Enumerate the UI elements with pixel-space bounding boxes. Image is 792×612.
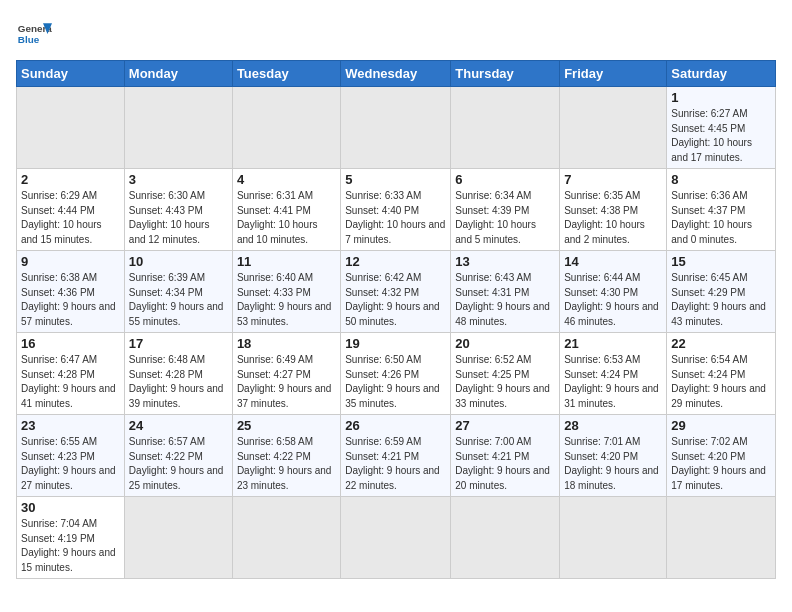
day-info: Sunrise: 6:33 AM Sunset: 4:40 PM Dayligh… xyxy=(345,189,446,247)
calendar-day-cell: 6Sunrise: 6:34 AM Sunset: 4:39 PM Daylig… xyxy=(451,169,560,251)
calendar-day-cell: 3Sunrise: 6:30 AM Sunset: 4:43 PM Daylig… xyxy=(124,169,232,251)
calendar-day-cell: 21Sunrise: 6:53 AM Sunset: 4:24 PM Dayli… xyxy=(560,333,667,415)
calendar-day-cell: 10Sunrise: 6:39 AM Sunset: 4:34 PM Dayli… xyxy=(124,251,232,333)
day-number: 11 xyxy=(237,254,336,269)
day-info: Sunrise: 6:42 AM Sunset: 4:32 PM Dayligh… xyxy=(345,271,446,329)
calendar-day-cell: 5Sunrise: 6:33 AM Sunset: 4:40 PM Daylig… xyxy=(341,169,451,251)
calendar-day-cell: 18Sunrise: 6:49 AM Sunset: 4:27 PM Dayli… xyxy=(232,333,340,415)
calendar-day-cell: 25Sunrise: 6:58 AM Sunset: 4:22 PM Dayli… xyxy=(232,415,340,497)
day-of-week-header: Friday xyxy=(560,61,667,87)
day-info: Sunrise: 6:54 AM Sunset: 4:24 PM Dayligh… xyxy=(671,353,771,411)
day-info: Sunrise: 6:49 AM Sunset: 4:27 PM Dayligh… xyxy=(237,353,336,411)
calendar-day-cell xyxy=(17,87,125,169)
day-number: 24 xyxy=(129,418,228,433)
day-of-week-header: Wednesday xyxy=(341,61,451,87)
day-number: 29 xyxy=(671,418,771,433)
day-info: Sunrise: 6:50 AM Sunset: 4:26 PM Dayligh… xyxy=(345,353,446,411)
day-info: Sunrise: 6:39 AM Sunset: 4:34 PM Dayligh… xyxy=(129,271,228,329)
calendar-day-cell: 9Sunrise: 6:38 AM Sunset: 4:36 PM Daylig… xyxy=(17,251,125,333)
day-info: Sunrise: 6:35 AM Sunset: 4:38 PM Dayligh… xyxy=(564,189,662,247)
calendar-day-cell xyxy=(667,497,776,579)
calendar-week-row: 9Sunrise: 6:38 AM Sunset: 4:36 PM Daylig… xyxy=(17,251,776,333)
day-of-week-header: Thursday xyxy=(451,61,560,87)
calendar-day-cell: 15Sunrise: 6:45 AM Sunset: 4:29 PM Dayli… xyxy=(667,251,776,333)
day-number: 8 xyxy=(671,172,771,187)
calendar-day-cell: 23Sunrise: 6:55 AM Sunset: 4:23 PM Dayli… xyxy=(17,415,125,497)
calendar-day-cell xyxy=(341,87,451,169)
calendar-week-row: 2Sunrise: 6:29 AM Sunset: 4:44 PM Daylig… xyxy=(17,169,776,251)
calendar-week-row: 30Sunrise: 7:04 AM Sunset: 4:19 PM Dayli… xyxy=(17,497,776,579)
day-info: Sunrise: 6:53 AM Sunset: 4:24 PM Dayligh… xyxy=(564,353,662,411)
calendar-day-cell: 30Sunrise: 7:04 AM Sunset: 4:19 PM Dayli… xyxy=(17,497,125,579)
day-number: 6 xyxy=(455,172,555,187)
day-number: 14 xyxy=(564,254,662,269)
day-number: 27 xyxy=(455,418,555,433)
day-info: Sunrise: 6:43 AM Sunset: 4:31 PM Dayligh… xyxy=(455,271,555,329)
day-number: 13 xyxy=(455,254,555,269)
calendar-day-cell: 2Sunrise: 6:29 AM Sunset: 4:44 PM Daylig… xyxy=(17,169,125,251)
day-number: 25 xyxy=(237,418,336,433)
calendar-day-cell: 20Sunrise: 6:52 AM Sunset: 4:25 PM Dayli… xyxy=(451,333,560,415)
day-info: Sunrise: 6:52 AM Sunset: 4:25 PM Dayligh… xyxy=(455,353,555,411)
calendar-week-row: 1Sunrise: 6:27 AM Sunset: 4:45 PM Daylig… xyxy=(17,87,776,169)
calendar-day-cell xyxy=(232,497,340,579)
calendar-day-cell: 13Sunrise: 6:43 AM Sunset: 4:31 PM Dayli… xyxy=(451,251,560,333)
day-info: Sunrise: 6:44 AM Sunset: 4:30 PM Dayligh… xyxy=(564,271,662,329)
generalblue-logo-icon: General Blue xyxy=(16,16,52,52)
calendar-day-cell xyxy=(451,87,560,169)
calendar-day-cell: 29Sunrise: 7:02 AM Sunset: 4:20 PM Dayli… xyxy=(667,415,776,497)
logo: General Blue xyxy=(16,16,52,52)
day-number: 5 xyxy=(345,172,446,187)
calendar-day-cell: 7Sunrise: 6:35 AM Sunset: 4:38 PM Daylig… xyxy=(560,169,667,251)
calendar-day-cell: 12Sunrise: 6:42 AM Sunset: 4:32 PM Dayli… xyxy=(341,251,451,333)
day-number: 22 xyxy=(671,336,771,351)
day-number: 12 xyxy=(345,254,446,269)
day-number: 2 xyxy=(21,172,120,187)
calendar-day-cell: 11Sunrise: 6:40 AM Sunset: 4:33 PM Dayli… xyxy=(232,251,340,333)
calendar-week-row: 16Sunrise: 6:47 AM Sunset: 4:28 PM Dayli… xyxy=(17,333,776,415)
calendar-day-cell: 22Sunrise: 6:54 AM Sunset: 4:24 PM Dayli… xyxy=(667,333,776,415)
day-info: Sunrise: 6:59 AM Sunset: 4:21 PM Dayligh… xyxy=(345,435,446,493)
calendar-day-cell: 19Sunrise: 6:50 AM Sunset: 4:26 PM Dayli… xyxy=(341,333,451,415)
calendar-day-cell xyxy=(341,497,451,579)
day-info: Sunrise: 6:58 AM Sunset: 4:22 PM Dayligh… xyxy=(237,435,336,493)
calendar-table: SundayMondayTuesdayWednesdayThursdayFrid… xyxy=(16,60,776,579)
day-number: 21 xyxy=(564,336,662,351)
day-number: 17 xyxy=(129,336,228,351)
day-info: Sunrise: 6:31 AM Sunset: 4:41 PM Dayligh… xyxy=(237,189,336,247)
day-info: Sunrise: 6:40 AM Sunset: 4:33 PM Dayligh… xyxy=(237,271,336,329)
calendar-day-cell xyxy=(232,87,340,169)
day-number: 18 xyxy=(237,336,336,351)
calendar-day-cell: 17Sunrise: 6:48 AM Sunset: 4:28 PM Dayli… xyxy=(124,333,232,415)
day-number: 28 xyxy=(564,418,662,433)
day-info: Sunrise: 6:30 AM Sunset: 4:43 PM Dayligh… xyxy=(129,189,228,247)
day-number: 30 xyxy=(21,500,120,515)
day-info: Sunrise: 6:55 AM Sunset: 4:23 PM Dayligh… xyxy=(21,435,120,493)
day-info: Sunrise: 6:29 AM Sunset: 4:44 PM Dayligh… xyxy=(21,189,120,247)
day-info: Sunrise: 7:04 AM Sunset: 4:19 PM Dayligh… xyxy=(21,517,120,575)
calendar-day-cell: 26Sunrise: 6:59 AM Sunset: 4:21 PM Dayli… xyxy=(341,415,451,497)
day-of-week-header: Saturday xyxy=(667,61,776,87)
calendar-day-cell xyxy=(124,497,232,579)
day-info: Sunrise: 6:36 AM Sunset: 4:37 PM Dayligh… xyxy=(671,189,771,247)
calendar-day-cell: 14Sunrise: 6:44 AM Sunset: 4:30 PM Dayli… xyxy=(560,251,667,333)
day-of-week-header: Tuesday xyxy=(232,61,340,87)
day-info: Sunrise: 6:48 AM Sunset: 4:28 PM Dayligh… xyxy=(129,353,228,411)
day-info: Sunrise: 6:57 AM Sunset: 4:22 PM Dayligh… xyxy=(129,435,228,493)
day-info: Sunrise: 7:00 AM Sunset: 4:21 PM Dayligh… xyxy=(455,435,555,493)
day-info: Sunrise: 6:38 AM Sunset: 4:36 PM Dayligh… xyxy=(21,271,120,329)
day-number: 3 xyxy=(129,172,228,187)
day-number: 19 xyxy=(345,336,446,351)
day-number: 20 xyxy=(455,336,555,351)
day-number: 10 xyxy=(129,254,228,269)
day-number: 23 xyxy=(21,418,120,433)
day-number: 15 xyxy=(671,254,771,269)
calendar-day-cell xyxy=(124,87,232,169)
day-info: Sunrise: 6:34 AM Sunset: 4:39 PM Dayligh… xyxy=(455,189,555,247)
calendar-day-cell: 1Sunrise: 6:27 AM Sunset: 4:45 PM Daylig… xyxy=(667,87,776,169)
day-of-week-header: Sunday xyxy=(17,61,125,87)
calendar-week-row: 23Sunrise: 6:55 AM Sunset: 4:23 PM Dayli… xyxy=(17,415,776,497)
svg-text:Blue: Blue xyxy=(18,34,40,45)
day-of-week-header: Monday xyxy=(124,61,232,87)
day-number: 26 xyxy=(345,418,446,433)
